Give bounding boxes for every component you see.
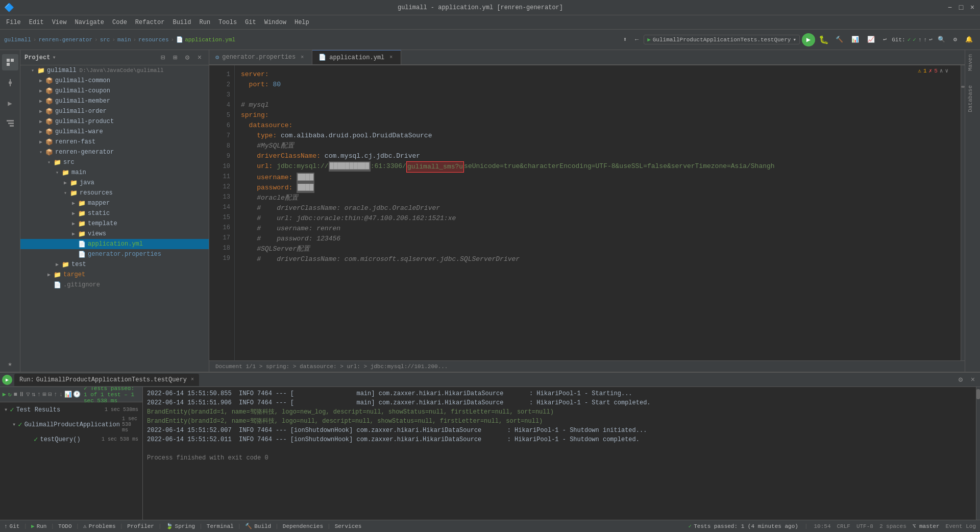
tab-close-yml[interactable]: × [387,54,395,61]
coverage-button[interactable]: 📊 [848,33,862,46]
maximize-button[interactable]: □ [958,4,965,11]
indent-size[interactable]: 2 spaces [879,523,906,529]
tree-item-gulimall-product[interactable]: ▶ 📦 gulimall-product [20,116,209,127]
git-check-2[interactable]: ✓ [913,36,916,43]
tree-item-main[interactable]: ▾ 📁 main [20,167,209,178]
run-config-selector[interactable]: ▶ GulimallProductApplicationTests.testQu… [644,35,800,44]
editor-scrollbar[interactable] [961,65,965,360]
tree-item-gulimall[interactable]: ▾ 📁 gulimall D:\Java\JavaCode\gulimall [20,65,209,76]
commit-icon[interactable] [2,75,18,91]
tab-application-yml[interactable]: 📄 application.yml × [312,50,401,64]
test-result-class[interactable]: ▾ ✓ GulimallProductApplication 1 sec 538… [0,415,142,434]
git-check-1[interactable]: ✓ [908,36,911,43]
tree-item-target[interactable]: ▶ 📁 target [20,270,209,280]
services-status-bar-item[interactable]: Services [335,523,362,529]
expand-all-button[interactable]: ⊞ [170,53,180,63]
profiler-button[interactable]: 📈 [864,33,878,46]
line-ending[interactable]: CRLF [837,523,850,529]
back-button[interactable]: ← [632,33,642,46]
tree-item-test[interactable]: ▶ 📁 test [20,259,209,270]
tree-item-resources[interactable]: ▾ 📁 resources [20,188,209,198]
todo-status-bar-item[interactable]: TODO [58,523,71,529]
tree-arrow-gulimall[interactable]: ▾ [29,67,37,74]
panel-dropdown-icon[interactable]: ▾ [52,54,56,61]
next-fail-button[interactable]: ↓ [59,389,63,400]
debug-button[interactable]: 🐛 [817,33,830,46]
breadcrumb-file[interactable]: 📄 application.yml [176,36,235,43]
run-button[interactable]: ▶ [802,33,815,46]
code-editor[interactable]: ⚠ 1 ✗ 5 ∧ ∨ 12345 678910 1112131415 1617… [209,65,965,360]
menu-edit[interactable]: Edit [25,17,48,28]
tree-item-application-yml[interactable]: ▶ 📄 application.yml [20,239,209,249]
tree-item-gulimall-ware[interactable]: ▶ 📦 gulimall-ware [20,127,209,137]
build-status-bar-item[interactable]: 🔨 Build [245,523,271,529]
code-content[interactable]: server: port: 80 # mysql spring: datasou… [235,65,961,360]
minimize-button[interactable]: − [946,4,953,11]
menu-window[interactable]: Window [260,17,290,28]
tree-item-gitignore[interactable]: ▶ 📄 .gitignore [20,280,209,290]
problems-status-bar-item[interactable]: ⚠ Problems [83,523,115,529]
console-output[interactable]: 2022-06-14 15:51:50.855 INFO 7464 --- [ … [143,387,976,520]
close-button[interactable]: × [969,4,976,11]
git-status-bar-item[interactable]: ↑ Git [4,523,19,529]
tree-item-gulimall-common[interactable]: ▶ 📦 gulimall-common [20,76,209,86]
coverage-test-button[interactable]: 📊 [64,389,72,400]
sort-button[interactable]: ⇅ [31,389,36,400]
favorites-icon[interactable]: ★ [2,355,18,372]
tree-item-gulimall-member[interactable]: ▶ 📦 gulimall-member [20,96,209,106]
project-icon[interactable] [2,54,18,70]
scrollbar-thumb[interactable] [961,86,965,88]
breadcrumb-main[interactable]: main [117,37,131,43]
git-branch[interactable]: ⌥ master [913,523,940,529]
tree-item-gulimall-coupon[interactable]: ▶ 📦 gulimall-coupon [20,86,209,96]
bottom-scroll-thumb[interactable] [976,389,980,399]
pause-button[interactable]: ⏸ [18,389,24,400]
tree-expand-icon[interactable]: ▾ [4,406,8,414]
sort-asc-button[interactable]: ↑ [37,389,41,400]
event-log[interactable]: Event Log [946,523,976,529]
run-settings-button[interactable]: ⚙ [955,375,966,385]
rerun-failed-button[interactable]: ↻ [8,389,12,400]
database-icon[interactable]: Database [966,83,979,114]
close-panel-button[interactable]: × [194,53,205,63]
run-status-bar-item[interactable]: ▶ Run [31,523,46,529]
breadcrumb-src[interactable]: src [100,37,110,43]
clock-button[interactable]: 🕐 [73,389,81,400]
structure-icon[interactable] [2,115,18,132]
git-pull-icon[interactable]: ↑ [924,37,927,43]
prev-fail-button[interactable]: ↑ [53,389,58,400]
search-button[interactable]: 🔍 [935,33,948,46]
menu-file[interactable]: File [2,17,25,28]
tree-expand-icon-class[interactable]: ▾ [12,421,16,428]
tab-close-generator[interactable]: × [299,54,306,61]
filter-button[interactable]: ▽ [26,389,30,400]
bottom-tab-run[interactable]: Run: GulimallProductApplicationTests.tes… [14,374,199,386]
tab-generator-properties[interactable]: ⚙ generator.properties × [209,50,312,64]
test-result-method[interactable]: ✓ testQuery() 1 sec 538 ms [0,434,142,445]
breadcrumb-renren-generator[interactable]: renren-generator [38,37,92,43]
tree-item-views[interactable]: ▶ 📁 views [20,229,209,239]
dependencies-status-bar-item[interactable]: Dependencies [283,523,323,529]
tests-passed-status[interactable]: ✓ Tests passed: 1 (4 minutes ago) [689,523,798,529]
tree-item-gulimall-order[interactable]: ▶ 📦 gulimall-order [20,106,209,116]
bottom-scrollbar[interactable] [976,387,980,520]
stop-button[interactable]: ■ [13,389,18,400]
test-result-root[interactable]: ▾ ✓ Test Results 1 sec 538ms [0,404,142,415]
menu-git[interactable]: Git [241,17,260,28]
menu-tools[interactable]: Tools [214,17,241,28]
run-tab-close[interactable]: × [191,377,194,382]
tree-item-generator-properties[interactable]: ▶ 📄 generator.properties [20,249,209,259]
menu-help[interactable]: Help [290,17,313,28]
settings-button[interactable]: ⚙ [950,33,960,46]
notifications-button[interactable]: 🔔 [962,33,976,46]
git-revert-icon[interactable]: ↩ [929,36,933,43]
tree-arrow-common[interactable]: ▶ [37,78,45,84]
window-controls[interactable]: − □ × [946,4,976,11]
encoding[interactable]: UTF-8 [856,523,873,529]
expand-tree-button[interactable]: ⊞ [42,389,47,400]
tree-item-renren-generator[interactable]: ▾ 📦 renren-generator [20,147,209,157]
tree-item-renren-fast[interactable]: ▶ 📦 renren-fast [20,137,209,147]
settings-panel-button[interactable]: ⚙ [182,53,192,63]
menu-build[interactable]: Build [168,17,195,28]
run-again-button[interactable]: ▶ [2,389,7,400]
